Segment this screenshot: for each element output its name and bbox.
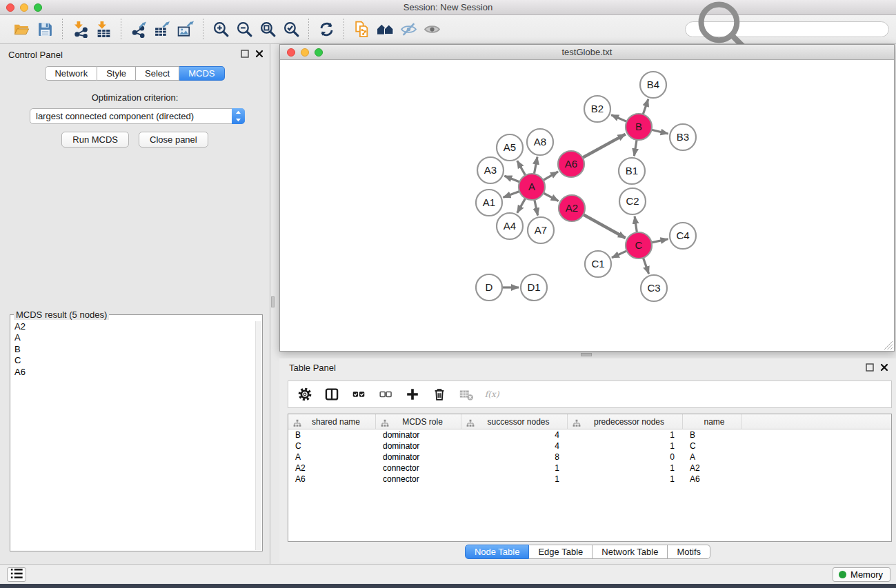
table-cell[interactable]: dominator bbox=[376, 441, 461, 451]
mcds-result-item[interactable]: A2 bbox=[11, 321, 255, 332]
vertical-splitter-handle[interactable] bbox=[271, 296, 275, 307]
column-header-predecessor-nodes[interactable]: predecessor nodes bbox=[568, 414, 683, 429]
table-cell[interactable]: 4 bbox=[461, 430, 568, 440]
optimization-criterion-select[interactable]: largest connected component (directed) bbox=[30, 108, 245, 124]
table-cell[interactable]: 1 bbox=[568, 441, 683, 451]
graph-edge-B-B4[interactable] bbox=[643, 99, 648, 114]
search-box[interactable] bbox=[685, 21, 889, 37]
table-cell[interactable]: 1 bbox=[461, 474, 568, 484]
graph-node-A7[interactable]: A7 bbox=[528, 217, 554, 243]
table-cell[interactable]: A bbox=[683, 452, 741, 462]
table-cell[interactable]: A bbox=[288, 452, 376, 462]
search-input[interactable] bbox=[761, 24, 883, 34]
table-cell[interactable]: connector bbox=[376, 474, 461, 484]
mcds-result-item[interactable]: B bbox=[11, 344, 255, 355]
new-network-from-selection-icon[interactable] bbox=[350, 19, 373, 40]
create-column-icon[interactable] bbox=[404, 385, 421, 403]
graph-edge-A-A3[interactable] bbox=[504, 176, 519, 182]
graph-node-C1[interactable]: C1 bbox=[585, 251, 611, 277]
graph-node-B1[interactable]: B1 bbox=[619, 158, 645, 184]
graph-node-B[interactable]: B bbox=[626, 114, 652, 140]
memory-button[interactable]: Memory bbox=[833, 567, 890, 582]
float-panel-icon[interactable] bbox=[240, 49, 250, 59]
column-header-successor-nodes[interactable]: successor nodes bbox=[461, 414, 568, 429]
column-header-mcds-role[interactable]: MCDS role bbox=[376, 414, 461, 429]
table-cell[interactable]: connector bbox=[376, 463, 461, 473]
float-table-panel-icon[interactable] bbox=[865, 363, 875, 372]
run-mcds-button[interactable]: Run MCDS bbox=[61, 132, 129, 148]
graph-node-C4[interactable]: C4 bbox=[670, 223, 696, 249]
table-cell[interactable]: 8 bbox=[461, 452, 568, 462]
graph-node-A4[interactable]: A4 bbox=[497, 213, 523, 239]
table-cell[interactable]: C bbox=[683, 441, 741, 451]
table-cell[interactable]: dominator bbox=[376, 430, 461, 440]
graph-node-D1[interactable]: D1 bbox=[521, 274, 547, 301]
graph-node-C2[interactable]: C2 bbox=[619, 188, 646, 214]
graph-edge-B-B3[interactable] bbox=[652, 130, 668, 134]
graph-node-A3[interactable]: A3 bbox=[477, 157, 504, 183]
graph-edge-C-C3[interactable] bbox=[643, 258, 648, 274]
open-session-icon[interactable] bbox=[10, 19, 33, 40]
delete-column-icon[interactable] bbox=[430, 385, 448, 403]
tab-style[interactable]: Style bbox=[97, 66, 136, 81]
column-header-shared-name[interactable]: shared name bbox=[288, 414, 376, 429]
tab-network-table[interactable]: Network Table bbox=[593, 545, 668, 559]
table-cell[interactable]: A6 bbox=[683, 474, 741, 484]
table-row[interactable]: A2connector11A2 bbox=[288, 463, 891, 474]
graph-node-A1[interactable]: A1 bbox=[476, 190, 502, 216]
graph-edge-A-A7[interactable] bbox=[535, 200, 538, 216]
first-neighbors-icon[interactable] bbox=[373, 19, 397, 40]
result-list-scrollbar[interactable] bbox=[255, 321, 261, 550]
graph-node-D[interactable]: D bbox=[476, 274, 502, 301]
network-canvas[interactable]: B4B2BB3A8A5A6A3B1AC2A1A2A4A7C4CC1C3DD1 bbox=[280, 60, 894, 351]
resize-grip-icon[interactable] bbox=[884, 341, 893, 350]
graph-edge-A-A4[interactable] bbox=[517, 199, 526, 213]
tab-node-table[interactable]: Node Table bbox=[465, 545, 530, 559]
export-table-icon[interactable] bbox=[150, 19, 174, 40]
zoom-in-icon[interactable] bbox=[209, 19, 232, 40]
zoom-fit-icon[interactable] bbox=[256, 19, 279, 40]
table-cell[interactable]: 0 bbox=[568, 452, 683, 462]
close-panel-icon[interactable] bbox=[255, 49, 264, 59]
table-cell[interactable]: B bbox=[683, 430, 741, 440]
table-cell[interactable]: C bbox=[288, 441, 376, 451]
graph-edge-A-A5[interactable] bbox=[517, 161, 526, 175]
table-cell[interactable]: A6 bbox=[288, 474, 376, 484]
close-panel-button[interactable]: Close panel bbox=[139, 132, 208, 148]
table-cell[interactable]: 1 bbox=[461, 463, 568, 473]
close-table-panel-icon[interactable] bbox=[879, 363, 889, 372]
show-columns-icon[interactable] bbox=[323, 385, 341, 403]
unselect-all-checkbox-icon[interactable] bbox=[377, 385, 395, 403]
tab-motifs[interactable]: Motifs bbox=[668, 545, 710, 559]
graph-edge-C-C2[interactable] bbox=[635, 216, 637, 232]
save-session-icon[interactable] bbox=[33, 19, 57, 40]
zoom-selected-icon[interactable] bbox=[279, 19, 303, 40]
import-network-icon[interactable] bbox=[68, 19, 92, 40]
graph-node-B2[interactable]: B2 bbox=[584, 96, 610, 122]
horizontal-splitter-handle[interactable] bbox=[581, 353, 592, 356]
tab-mcds[interactable]: MCDS bbox=[179, 66, 224, 81]
refresh-view-icon[interactable] bbox=[315, 19, 338, 40]
export-image-icon[interactable] bbox=[174, 19, 197, 40]
import-table-icon[interactable] bbox=[92, 19, 115, 40]
table-cell[interactable]: 1 bbox=[568, 463, 683, 473]
mcds-result-item[interactable]: A6 bbox=[11, 367, 255, 378]
tab-select[interactable]: Select bbox=[136, 66, 179, 81]
graph-edge-C-C1[interactable] bbox=[612, 251, 627, 258]
column-header-name[interactable]: name bbox=[683, 414, 741, 429]
select-all-checkbox-icon[interactable] bbox=[350, 385, 368, 403]
graph-node-B4[interactable]: B4 bbox=[640, 72, 666, 98]
table-cell[interactable]: 1 bbox=[568, 474, 683, 484]
graph-edge-A2-C[interactable] bbox=[584, 214, 626, 238]
table-cell[interactable]: 1 bbox=[568, 430, 683, 440]
table-row[interactable]: Cdominator41C bbox=[288, 440, 891, 452]
task-history-button[interactable] bbox=[7, 567, 26, 582]
graph-node-B3[interactable]: B3 bbox=[670, 124, 696, 150]
table-row[interactable]: Bdominator41B bbox=[288, 429, 891, 440]
mcds-result-item[interactable]: C bbox=[11, 355, 255, 366]
table-cell[interactable]: B bbox=[288, 430, 376, 440]
network-window-titlebar[interactable]: testGlobe.txt bbox=[280, 45, 894, 60]
graph-node-A6[interactable]: A6 bbox=[558, 151, 584, 177]
table-row[interactable]: Adominator80A bbox=[288, 452, 891, 463]
mcds-result-item[interactable]: A bbox=[11, 332, 255, 343]
